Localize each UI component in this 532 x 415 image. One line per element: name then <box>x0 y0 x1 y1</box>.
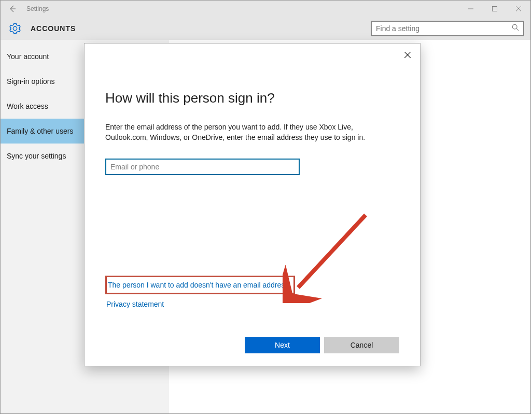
cancel-button[interactable]: Cancel <box>324 337 399 353</box>
maximize-icon <box>492 6 497 11</box>
email-field[interactable] <box>105 159 300 175</box>
search-input[interactable] <box>376 24 512 33</box>
settings-gear-icon[interactable] <box>9 22 21 35</box>
window-title: Settings <box>26 5 49 12</box>
minimize-button[interactable] <box>459 1 483 17</box>
no-email-link[interactable]: The person I want to add doesn't have an… <box>108 281 288 289</box>
sidebar-item-label: Your account <box>7 52 49 61</box>
gear-icon <box>9 23 21 34</box>
sidebar-item-label: Work access <box>7 102 48 110</box>
svg-rect-1 <box>493 7 497 11</box>
back-button[interactable] <box>1 1 24 17</box>
sidebar-item-label: Sync your settings <box>7 152 66 160</box>
dialog-close-button[interactable] <box>400 48 415 62</box>
search-box[interactable] <box>371 21 524 36</box>
dialog-buttons: Next Cancel <box>245 337 399 353</box>
add-user-dialog: How will this person sign in? Enter the … <box>84 43 421 366</box>
dialog-links: The person I want to add doesn't have an… <box>105 276 295 309</box>
dialog-description: Enter the email address of the person yo… <box>105 122 385 143</box>
next-button[interactable]: Next <box>245 337 320 353</box>
dialog-title: How will this person sign in? <box>105 90 399 106</box>
annotation-highlight-box: The person I want to add doesn't have an… <box>105 276 295 294</box>
privacy-statement-link[interactable]: Privacy statement <box>106 300 164 308</box>
close-icon <box>516 6 521 11</box>
search-icon <box>512 24 519 33</box>
header: ACCOUNTS <box>1 17 530 40</box>
close-window-button[interactable] <box>507 1 530 17</box>
minimize-icon <box>468 6 473 11</box>
titlebar: Settings <box>1 1 530 17</box>
svg-line-5 <box>516 28 519 31</box>
sidebar-item-label: Sign-in options <box>7 77 55 85</box>
close-icon <box>404 52 411 58</box>
maximize-button[interactable] <box>483 1 507 17</box>
sidebar-item-label: Family & other users <box>7 127 73 135</box>
back-arrow-icon <box>8 5 17 13</box>
window-controls <box>459 1 530 17</box>
svg-point-4 <box>512 24 517 29</box>
dialog-body: How will this person sign in? Enter the … <box>85 44 420 175</box>
page-title: ACCOUNTS <box>31 24 76 33</box>
